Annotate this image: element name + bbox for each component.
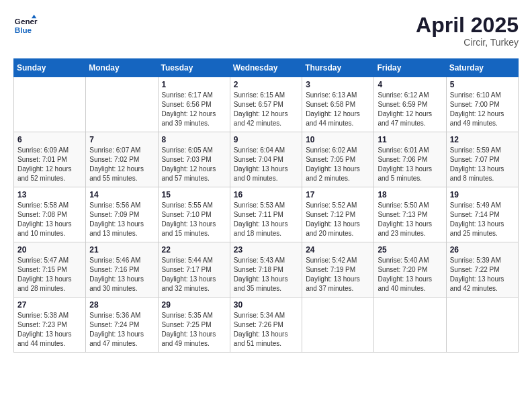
- day-number: 1: [162, 80, 226, 89]
- day-number: 16: [234, 190, 298, 199]
- calendar-week-3: 13Sunrise: 5:58 AM Sunset: 7:08 PM Dayli…: [14, 187, 519, 242]
- col-tuesday: Tuesday: [158, 59, 230, 77]
- col-wednesday: Wednesday: [230, 59, 302, 77]
- day-detail: Sunrise: 5:55 AM Sunset: 7:10 PM Dayligh…: [162, 201, 226, 238]
- calendar-cell: 15Sunrise: 5:55 AM Sunset: 7:10 PM Dayli…: [158, 187, 230, 242]
- calendar-cell: 1Sunrise: 6:17 AM Sunset: 6:56 PM Daylig…: [158, 77, 230, 132]
- day-number: 21: [89, 245, 154, 255]
- calendar-cell: 25Sunrise: 5:40 AM Sunset: 7:20 PM Dayli…: [374, 242, 446, 298]
- day-number: 12: [450, 135, 515, 144]
- logo: General Blue: [13, 13, 38, 38]
- day-number: 27: [17, 300, 82, 310]
- month-year: April 2025: [416, 13, 519, 37]
- day-detail: Sunrise: 5:52 AM Sunset: 7:12 PM Dayligh…: [306, 201, 370, 238]
- day-number: 28: [89, 300, 154, 310]
- day-detail: Sunrise: 5:35 AM Sunset: 7:25 PM Dayligh…: [162, 311, 226, 349]
- day-detail: Sunrise: 5:50 AM Sunset: 7:13 PM Dayligh…: [378, 201, 442, 238]
- col-monday: Monday: [86, 59, 158, 77]
- title-block: April 2025 Circir, Turkey: [416, 13, 519, 48]
- calendar-cell: [14, 77, 86, 132]
- calendar-cell: 14Sunrise: 5:56 AM Sunset: 7:09 PM Dayli…: [86, 187, 158, 242]
- day-detail: Sunrise: 5:44 AM Sunset: 7:17 PM Dayligh…: [162, 256, 226, 293]
- day-detail: Sunrise: 6:12 AM Sunset: 6:59 PM Dayligh…: [378, 91, 442, 128]
- calendar-week-4: 20Sunrise: 5:47 AM Sunset: 7:15 PM Dayli…: [14, 242, 519, 298]
- day-number: 19: [450, 190, 515, 199]
- calendar-cell: 11Sunrise: 6:01 AM Sunset: 7:06 PM Dayli…: [374, 132, 446, 187]
- calendar-cell: 30Sunrise: 5:34 AM Sunset: 7:26 PM Dayli…: [230, 298, 302, 353]
- calendar-cell: 4Sunrise: 6:12 AM Sunset: 6:59 PM Daylig…: [374, 77, 446, 132]
- day-number: 7: [89, 135, 154, 144]
- col-friday: Friday: [374, 59, 446, 77]
- day-number: 2: [234, 80, 298, 89]
- calendar-cell: 23Sunrise: 5:43 AM Sunset: 7:18 PM Dayli…: [230, 242, 302, 298]
- day-detail: Sunrise: 5:46 AM Sunset: 7:16 PM Dayligh…: [89, 256, 154, 293]
- day-number: 22: [162, 245, 226, 255]
- day-detail: Sunrise: 6:17 AM Sunset: 6:56 PM Dayligh…: [162, 91, 226, 128]
- day-number: 30: [234, 300, 298, 310]
- calendar-cell: 21Sunrise: 5:46 AM Sunset: 7:16 PM Dayli…: [86, 242, 158, 298]
- calendar-cell: 13Sunrise: 5:58 AM Sunset: 7:08 PM Dayli…: [14, 187, 86, 242]
- day-number: 18: [378, 190, 442, 199]
- location: Circir, Turkey: [416, 37, 519, 48]
- day-number: 13: [17, 190, 82, 199]
- day-detail: Sunrise: 5:42 AM Sunset: 7:19 PM Dayligh…: [306, 256, 370, 293]
- calendar-cell: 20Sunrise: 5:47 AM Sunset: 7:15 PM Dayli…: [14, 242, 86, 298]
- calendar-cell: 22Sunrise: 5:44 AM Sunset: 7:17 PM Dayli…: [158, 242, 230, 298]
- col-thursday: Thursday: [302, 59, 374, 77]
- calendar-cell: 8Sunrise: 6:05 AM Sunset: 7:03 PM Daylig…: [158, 132, 230, 187]
- day-detail: Sunrise: 5:49 AM Sunset: 7:14 PM Dayligh…: [450, 201, 515, 238]
- calendar-cell: [374, 298, 446, 353]
- calendar-cell: 26Sunrise: 5:39 AM Sunset: 7:22 PM Dayli…: [446, 242, 518, 298]
- day-number: 4: [378, 80, 442, 89]
- calendar-cell: 10Sunrise: 6:02 AM Sunset: 7:05 PM Dayli…: [302, 132, 374, 187]
- calendar-cell: 18Sunrise: 5:50 AM Sunset: 7:13 PM Dayli…: [374, 187, 446, 242]
- day-detail: Sunrise: 5:56 AM Sunset: 7:09 PM Dayligh…: [89, 201, 154, 238]
- calendar-cell: 17Sunrise: 5:52 AM Sunset: 7:12 PM Dayli…: [302, 187, 374, 242]
- svg-text:Blue: Blue: [15, 26, 32, 34]
- day-detail: Sunrise: 6:01 AM Sunset: 7:06 PM Dayligh…: [378, 146, 442, 183]
- calendar-table: Sunday Monday Tuesday Wednesday Thursday…: [13, 58, 519, 353]
- calendar-cell: 28Sunrise: 5:36 AM Sunset: 7:24 PM Dayli…: [86, 298, 158, 353]
- calendar-cell: 2Sunrise: 6:15 AM Sunset: 6:57 PM Daylig…: [230, 77, 302, 132]
- day-number: 29: [162, 300, 226, 310]
- day-detail: Sunrise: 6:10 AM Sunset: 7:00 PM Dayligh…: [450, 91, 515, 128]
- day-number: 14: [89, 190, 154, 199]
- weekday-row: Sunday Monday Tuesday Wednesday Thursday…: [14, 59, 519, 77]
- day-detail: Sunrise: 5:36 AM Sunset: 7:24 PM Dayligh…: [89, 311, 154, 349]
- day-detail: Sunrise: 6:05 AM Sunset: 7:03 PM Dayligh…: [162, 146, 226, 183]
- col-sunday: Sunday: [14, 59, 86, 77]
- day-number: 15: [162, 190, 226, 199]
- day-detail: Sunrise: 5:34 AM Sunset: 7:26 PM Dayligh…: [234, 311, 298, 349]
- day-number: 25: [378, 245, 442, 255]
- calendar-cell: 19Sunrise: 5:49 AM Sunset: 7:14 PM Dayli…: [446, 187, 518, 242]
- day-number: 5: [450, 80, 515, 89]
- day-number: 23: [234, 245, 298, 255]
- day-detail: Sunrise: 5:38 AM Sunset: 7:23 PM Dayligh…: [17, 311, 82, 349]
- calendar-cell: 29Sunrise: 5:35 AM Sunset: 7:25 PM Dayli…: [158, 298, 230, 353]
- calendar-cell: [86, 77, 158, 132]
- day-detail: Sunrise: 6:02 AM Sunset: 7:05 PM Dayligh…: [306, 146, 370, 183]
- calendar-week-2: 6Sunrise: 6:09 AM Sunset: 7:01 PM Daylig…: [14, 132, 519, 187]
- day-number: 24: [306, 245, 370, 255]
- calendar-cell: 6Sunrise: 6:09 AM Sunset: 7:01 PM Daylig…: [14, 132, 86, 187]
- day-detail: Sunrise: 5:58 AM Sunset: 7:08 PM Dayligh…: [17, 201, 82, 238]
- day-detail: Sunrise: 6:07 AM Sunset: 7:02 PM Dayligh…: [89, 146, 154, 183]
- day-detail: Sunrise: 5:47 AM Sunset: 7:15 PM Dayligh…: [17, 256, 82, 293]
- calendar-cell: [302, 298, 374, 353]
- day-number: 3: [306, 80, 370, 89]
- day-number: 6: [17, 135, 82, 144]
- day-number: 17: [306, 190, 370, 199]
- calendar-cell: 7Sunrise: 6:07 AM Sunset: 7:02 PM Daylig…: [86, 132, 158, 187]
- calendar-cell: [446, 298, 518, 353]
- col-saturday: Saturday: [446, 59, 518, 77]
- day-detail: Sunrise: 6:04 AM Sunset: 7:04 PM Dayligh…: [234, 146, 298, 183]
- calendar-body: 1Sunrise: 6:17 AM Sunset: 6:56 PM Daylig…: [14, 77, 519, 353]
- calendar-header: Sunday Monday Tuesday Wednesday Thursday…: [14, 59, 519, 77]
- calendar-cell: 24Sunrise: 5:42 AM Sunset: 7:19 PM Dayli…: [302, 242, 374, 298]
- day-number: 8: [162, 135, 226, 144]
- day-detail: Sunrise: 5:43 AM Sunset: 7:18 PM Dayligh…: [234, 256, 298, 293]
- day-detail: Sunrise: 5:53 AM Sunset: 7:11 PM Dayligh…: [234, 201, 298, 238]
- calendar-cell: 9Sunrise: 6:04 AM Sunset: 7:04 PM Daylig…: [230, 132, 302, 187]
- calendar-cell: 16Sunrise: 5:53 AM Sunset: 7:11 PM Dayli…: [230, 187, 302, 242]
- calendar-cell: 5Sunrise: 6:10 AM Sunset: 7:00 PM Daylig…: [446, 77, 518, 132]
